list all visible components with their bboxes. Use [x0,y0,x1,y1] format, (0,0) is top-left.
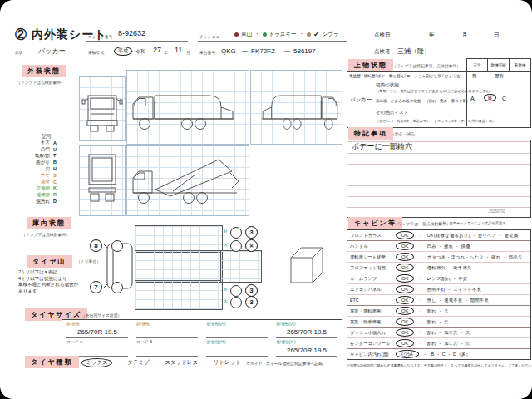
separator-dot: ・ [418,298,422,303]
grade-normal: 正常 [467,59,487,72]
history-separator: ・ [485,73,490,79]
tire-size-header: 後/前軸(内) [206,321,268,326]
legend-code: T [53,153,56,158]
tread-notes: 2ミリ以下は✕表記 4ミリ以下は状態により 車検不適と判断される場合が あります [18,269,78,294]
legend-name: 腐食 [25,179,50,185]
tire-size-header: スペア A [66,339,128,344]
section-cargo-label: 庫内状態 [27,217,71,229]
rating-a: A [470,96,475,101]
cabin-row-options: 凹み ・ 擦れ ・ 損傷 [427,244,470,249]
document-number: 20250730 [489,209,505,214]
tire-size-header: 後/後軸(内) [276,321,337,326]
cargo-wall-top [135,225,223,253]
shape-underline [13,57,83,57]
date-day-label: 日 [494,32,500,39]
tire-type-note: ※タイヤ・ホイール混在は特記事項へ記載 [246,361,323,366]
legend-name: 亀裂/割 [25,153,50,159]
legend-name: 交換跡 [25,185,50,191]
section-upper-body-label: 上物状態 [348,59,393,71]
checkmark-icon: ✓ [313,30,320,38]
cabin-row-label: ルームランプ [350,276,396,282]
separator-dot: ・ [418,254,422,260]
legend-code: C [53,180,57,185]
era-separator: ・ [130,48,135,56]
upper-line-3: 排出板・かき込み板の状態 （割れ・歪み・面カケ等） [376,99,470,103]
channel-3-selected: シブラ [323,31,339,38]
channel-separator-2: ・ [299,31,305,38]
tire-size-cell: 後/後軸(外)265/70R 19.5 [272,338,342,357]
channel-1: 東山 [241,31,252,38]
legend-name: サビ [25,172,50,178]
date-underline [372,42,520,42]
stock-underline [86,41,188,42]
model-year-label: 車輌年式 [88,50,104,55]
cabin-row: 灰皿（助手席用）OK・割れ ・ 欠 [347,317,530,328]
cabin-row-label: 運転席シート状態 [350,254,396,260]
channel-underline [198,41,347,42]
legend-code: S [53,173,57,178]
upper-body-note: （ワンプラは特記事項、点検対象外） [392,63,461,68]
chassis-underline [198,57,347,57]
remarks-note: （加点・減点） [391,131,419,136]
cabin-row-options: レンズ割れ ・ 不灯 [427,276,468,282]
tire-size-value [206,345,268,357]
tire-size-header: 前/後軸 [136,321,198,326]
separator-dot: ・ [418,244,422,249]
legend-row: 亀裂/割T [25,153,57,160]
upper-body-type: パッカー [350,96,372,104]
tire-size-cell: 前/後軸 [132,320,202,338]
separator-dot: ・ [418,233,422,239]
grade-serviceable: 整備可能 [487,59,509,72]
separator-dot: ・ [418,308,422,314]
legend-row: 腐食C [25,179,57,185]
separator-dot: ・ [155,359,160,367]
legend-row: 交換跡K [25,185,57,192]
chassis-prefix: QKG [221,47,236,55]
channel-label: チャンネル [200,34,220,39]
cabin-row-options: 割れ ・ 加工穴 ・ 欠 [427,341,470,347]
inspection-sheet: ② 内外装シート 形状 パッカー ストック番号 8-92632 車輌年式 平成 … [0,0,532,399]
tread-rear-bottom-outer-value: 3 [245,284,258,297]
stock-number-label: ストック番号 [88,34,112,39]
tire-type-option: スタッドレス [165,359,198,367]
legend-code: H [53,166,57,171]
cabin-row: フロアマット有無OK・運転席欠 ・ 助手席欠 [347,263,530,273]
cabin-row: ハンドルOK・凹み ・ 擦れ ・ 損傷 [347,241,530,252]
tread-note-line: 4ミリ以下は状態により [18,276,78,283]
tire-size-cell: スペア B [132,338,202,357]
tire-size-value [206,327,268,338]
tire-size-header: 後/後軸(外) [276,339,337,344]
channel-separator-1: ・ [254,31,260,38]
separator-dot: ・ [418,287,422,293]
ok-mark: OK [396,307,414,315]
cabin-row-options: ガタつき・ほつれ・へたり ・ 破れ ・ 部品欠 [427,254,523,260]
tread-front-bottom-value: 7 [90,281,102,293]
tread-note-line: あります [18,288,78,295]
legend-name: キズ [25,140,50,145]
tire-size-value [66,345,128,357]
section-tire-type-label: タイヤ種類 [25,356,79,368]
year-value: 27 [153,46,161,54]
cargo-wall-rear [220,250,262,283]
inspector-underline [372,57,520,57]
rear-bottom-inner-label: 内 [224,299,228,303]
cargo-floor [135,250,223,283]
cabin-row-options: 運転席欠 ・ 助手席欠 [427,265,472,271]
separator-dot: ・ [117,359,123,367]
rear-bottom-outer-label: 外 [224,288,228,292]
tire-size-cell: スペア A [62,338,132,357]
section-exterior-label: 外装状態 [22,65,66,77]
tire-size-cell: 前/前軸265/70R 19.5 [62,320,132,338]
legend: キズA 凸凹U 亀裂/割T 曲がりB 穴H サビS 腐食C 交換跡K 補修跡R … [25,140,57,204]
date-year-label: 年 [429,32,435,39]
cargo-note: （ランプ下は点検対象外） [22,232,70,237]
cabin-row-label: ハンドル [350,244,396,249]
tread-unit: （ミリ単位） [76,259,101,264]
channel-2: トラスキー [269,31,297,38]
cabin-row-label: キャビン内汚れ(度) [350,352,396,357]
tire-size-header: 前/前軸 [66,321,128,326]
history-row-text: 事故歴 / 横転歴/ ボデー載せ替え/ コーション剥がし痕 / ひょう害 [349,74,461,78]
chassis-dash-2: — [284,47,290,53]
cabin-row-label: センターコンソール [350,341,396,347]
ok-mark: (少)A [396,350,419,358]
